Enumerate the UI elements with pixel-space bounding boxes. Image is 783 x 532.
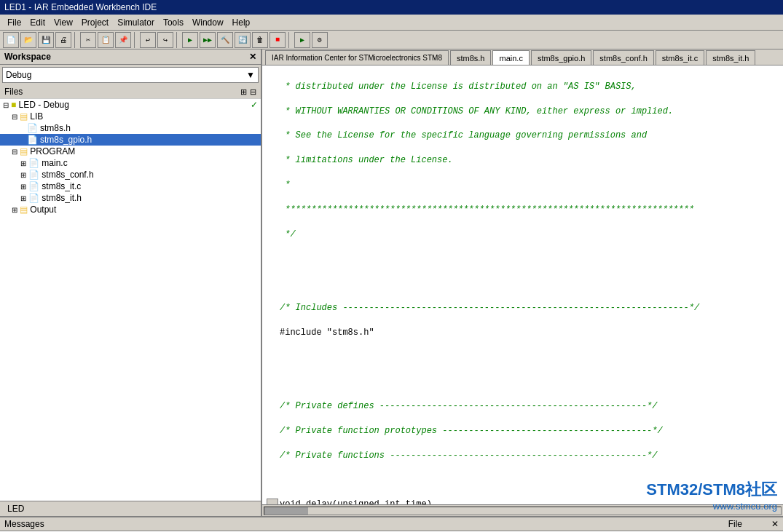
workspace-panel: Workspace ✕ Debug ▼ Files ⊞ ⊟ ⊟ ■ LED - … <box>0 49 262 516</box>
filter-icon[interactable]: ⊞ <box>240 87 247 97</box>
title-bar: LED1 - IAR Embedded Workbench IDE <box>0 0 783 15</box>
program-label: PROGRAM <box>30 146 75 156</box>
tab-conf[interactable]: stm8s_conf.h <box>593 50 653 65</box>
debug-btn[interactable]: ▶ <box>294 32 310 48</box>
file-tree: ⊟ ■ LED - Debug ✓ ⊟ ▤ LIB 📄 stm8s.h 📄 <box>0 99 261 501</box>
main-layout: Workspace ✕ Debug ▼ Files ⊞ ⊟ ⊟ ■ LED - … <box>0 49 783 516</box>
tree-stm8sh[interactable]: 📄 stm8s.h <box>0 122 261 134</box>
menu-window[interactable]: Window <box>188 16 228 29</box>
menu-view[interactable]: View <box>50 16 77 29</box>
workspace-tab-label: LED <box>7 504 24 514</box>
debug-label: Debug <box>6 70 31 80</box>
watermark-title: STM32/STM8社区 <box>646 479 777 501</box>
stop-btn[interactable]: ■ <box>269 32 286 48</box>
tree-program-folder[interactable]: ⊟ ▤ PROGRAM <box>0 146 261 157</box>
tree-stm8s-gpio[interactable]: 📄 stm8s_gpio.h <box>0 134 261 146</box>
tree-stm8s-itc[interactable]: ⊞ 📄 stm8s_it.c <box>0 180 261 192</box>
tree-stm8s-conf[interactable]: ⊞ 📄 stm8s_conf.h <box>0 169 261 180</box>
workspace-label: Workspace <box>4 52 51 62</box>
new-file-btn[interactable]: 📄 <box>3 32 19 48</box>
save-btn[interactable]: 💾 <box>38 32 54 48</box>
stm8s-gpio-label: stm8s_gpio.h <box>40 135 92 145</box>
tab-gpio[interactable]: stm8s_gpio.h <box>531 50 591 65</box>
tree-mainc[interactable]: ⊞ 📄 main.c <box>0 157 261 169</box>
stm8s-conf-label: stm8s_conf.h <box>42 170 93 180</box>
undo-btn[interactable]: ↩ <box>140 32 156 48</box>
lib-label: LIB <box>30 111 43 122</box>
debug-dropdown[interactable]: Debug ▼ <box>2 67 259 83</box>
code-panel: IAR Information Center for STMicroelectr… <box>262 49 783 516</box>
menu-simulator[interactable]: Simulator <box>113 16 159 29</box>
mainc-label: main.c <box>42 158 67 168</box>
menu-bar: File Edit View Project Simulator Tools W… <box>0 15 783 31</box>
collapse-delay-btn[interactable]: - <box>267 499 278 504</box>
tab-info[interactable]: IAR Information Center for STMicroelectr… <box>265 50 449 65</box>
compile-btn[interactable]: ▶ <box>182 32 198 48</box>
clean-btn[interactable]: 🗑 <box>252 32 268 48</box>
stm8s-itc-label: stm8s_it.c <box>42 181 81 191</box>
tab-stm8sh[interactable]: stm8s.h <box>450 50 492 65</box>
workspace-tab[interactable]: LED <box>0 501 261 516</box>
redo-btn[interactable]: ↪ <box>157 32 173 48</box>
code-area: * distributed under the License is distr… <box>262 65 783 516</box>
tab-mainc[interactable]: main.c <box>492 50 529 65</box>
build-btn[interactable]: 🔨 <box>217 32 233 48</box>
open-btn[interactable]: 📂 <box>20 32 36 48</box>
compile2-btn[interactable]: ▶▶ <box>200 32 216 48</box>
tab-itc[interactable]: stm8s_it.c <box>656 50 705 65</box>
menu-file[interactable]: File <box>3 16 25 29</box>
root-label: LED - Debug <box>19 100 69 110</box>
files-header: Files ⊞ ⊟ <box>0 85 261 99</box>
paste-btn[interactable]: 📌 <box>115 32 131 48</box>
messages-file-label: File <box>728 519 742 529</box>
tree-root[interactable]: ⊟ ■ LED - Debug ✓ <box>0 99 261 111</box>
menu-help[interactable]: Help <box>228 16 255 29</box>
messages-panel: Messages File ✕ stm8s_it.c Linking ✖ Err… <box>0 516 783 532</box>
stm8sh-label: stm8s.h <box>40 123 71 133</box>
print-btn[interactable]: 🖨 <box>55 32 71 48</box>
files-label: Files <box>4 87 23 97</box>
tree-stm8s-ith[interactable]: ⊞ 📄 stm8s_it.h <box>0 192 261 204</box>
cut-btn[interactable]: ✂ <box>80 32 96 48</box>
watermark-url: www.stmcu.org <box>646 501 777 512</box>
tab-ith[interactable]: stm8s_it.h <box>706 50 755 65</box>
workspace-header: Workspace ✕ <box>0 49 261 65</box>
menu-tools[interactable]: Tools <box>159 16 188 29</box>
tree-lib-folder[interactable]: ⊟ ▤ LIB <box>0 111 261 122</box>
debug2-btn[interactable]: ⚙ <box>312 32 328 48</box>
copy-btn[interactable]: 📋 <box>98 32 114 48</box>
watermark: STM32/STM8社区 www.stmcu.org <box>646 479 777 512</box>
output-label: Output <box>30 205 56 215</box>
messages-label: Messages <box>4 519 44 529</box>
expand-icon[interactable]: ⊟ <box>250 87 256 97</box>
tab-bar: IAR Information Center for STMicroelectr… <box>262 49 783 65</box>
tree-output-folder[interactable]: ⊞ ▤ Output <box>0 204 261 215</box>
workspace-close-btn[interactable]: ✕ <box>249 52 256 62</box>
dropdown-arrow-icon: ▼ <box>246 70 255 80</box>
title-text: LED1 - IAR Embedded Workbench IDE <box>4 2 157 12</box>
stm8s-ith-label: stm8s_it.h <box>42 193 82 203</box>
toolbar: 📄 📂 💾 🖨 ✂ 📋 📌 ↩ ↪ ▶ ▶▶ 🔨 🔄 🗑 ■ ▶ ⚙ <box>0 31 783 49</box>
messages-header: Messages File ✕ <box>0 517 783 531</box>
menu-edit[interactable]: Edit <box>25 16 50 29</box>
code-content[interactable]: * distributed under the License is distr… <box>262 65 783 504</box>
rebuild-btn[interactable]: 🔄 <box>235 32 251 48</box>
close-messages-btn[interactable]: ✕ <box>771 519 779 529</box>
tab-info-label: IAR Information Center for STMicroelectr… <box>272 54 442 62</box>
menu-project[interactable]: Project <box>77 16 113 29</box>
